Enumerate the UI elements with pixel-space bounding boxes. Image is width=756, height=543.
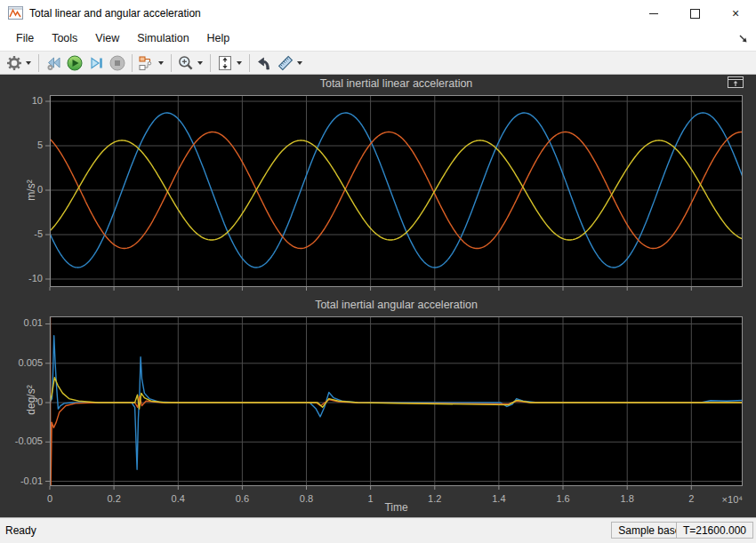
window-title: Total linear and angular acceleration [29,7,201,20]
x-tick-label: 1 [353,493,389,504]
run-icon [66,54,84,72]
y-tick-label: 5 [2,140,43,150]
title-bar: Total linear and angular acceleration × [0,0,756,27]
toolbar-separator [171,54,172,72]
scope-app-icon [8,6,23,20]
y-tick-label: -0.005 [2,435,43,446]
toolbar-separator [210,54,211,72]
y-tick-label: -0.01 [2,475,43,486]
menu-tools[interactable]: Tools [43,28,86,49]
signal-selector-icon [138,54,156,72]
linear-acceleration-plot[interactable] [44,94,744,293]
step-back-icon [44,54,62,72]
stop-icon [109,54,126,72]
dropdown-caret-icon[interactable] [297,61,302,65]
menu-view[interactable]: View [86,28,128,49]
gear-icon [5,54,23,72]
trigger-button[interactable] [253,53,275,73]
zoom-button[interactable] [175,53,197,73]
measurements-button[interactable] [275,53,296,73]
x-tick-label: 0.6 [224,493,260,504]
x-tick-label: 0.8 [289,493,325,504]
x-tick-label: 1.8 [609,493,645,504]
step-back-button[interactable] [43,53,64,73]
toolbar-separator [132,54,133,72]
toolbar-separator [38,54,39,72]
step-forward-button[interactable] [85,53,107,73]
gear-button[interactable] [4,53,25,73]
y-tick-label: 10 [2,95,43,106]
y-tick-label: 0.005 [2,357,43,368]
zoom-icon [177,54,195,72]
y-tick-label: 0.01 [2,317,43,328]
dropdown-caret-icon[interactable] [237,61,242,65]
dock-arrow-icon[interactable] [738,34,749,44]
dropdown-caret-icon[interactable] [158,61,164,65]
stop-button[interactable] [107,53,128,73]
expand-panel-icon[interactable] [728,76,744,88]
maximize-button[interactable] [674,0,715,27]
menu-simulation[interactable]: Simulation [128,28,197,49]
menu-bar: File Tools View Simulation Help [0,27,756,51]
x-tick-label: 2 [673,493,709,504]
x-tick-label: 0 [32,493,68,504]
x-tick-label: 0.4 [160,493,196,504]
measurements-icon [277,54,294,72]
status-sim-time: T=21600.000 [676,522,753,539]
angular-plot-title: Total inertial angular acceleration [50,299,743,311]
angular-acceleration-plot[interactable] [44,315,744,492]
dropdown-caret-icon[interactable] [197,61,203,65]
dropdown-caret-icon[interactable] [26,61,31,65]
minimize-icon [649,13,658,14]
signal-selector-button[interactable] [136,53,157,73]
y-tick-label: -10 [2,273,43,283]
x-tick-label: 1.6 [545,493,581,504]
toolbar-separator [249,54,250,72]
x-tick-label: 1.2 [417,493,453,504]
fit-to-view-icon [216,54,234,72]
scope-window: Total linear and angular acceleration × … [0,0,756,543]
linear-plot-title: Total inertial linear acceleration [50,77,743,90]
close-button[interactable]: × [715,0,756,27]
x-tick-label: 0.2 [96,493,132,504]
menu-file[interactable]: File [7,28,43,49]
status-text: Ready [5,524,36,537]
trigger-icon [255,54,273,72]
y-tick-label: 0 [2,396,43,407]
maximize-icon [690,9,700,19]
toolbar [0,51,756,75]
status-bar: Ready Sample based T=21600.000 [0,517,756,543]
x-tick-label: 1.4 [481,493,517,504]
menu-help[interactable]: Help [198,28,239,49]
y-tick-label: -5 [2,228,43,239]
fit-to-view-button[interactable] [214,53,236,73]
minimize-button[interactable] [633,0,674,27]
step-forward-icon [87,54,105,72]
plot-canvas: Total inertial linear acceleration Total… [0,75,756,517]
y-tick-label: 0 [2,184,43,195]
run-button[interactable] [64,53,85,73]
close-icon: × [732,9,739,18]
